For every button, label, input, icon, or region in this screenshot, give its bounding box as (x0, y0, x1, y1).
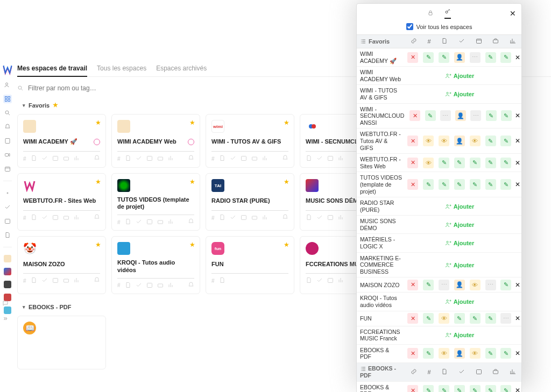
show-all-checkbox[interactable] (406, 23, 413, 30)
workspace-card[interactable]: ★ WEBTUTO.FR - Sites Web # (17, 173, 106, 231)
perm-cell[interactable]: 👁 (470, 136, 481, 146)
add-button[interactable]: Ajouter (405, 298, 514, 305)
perm-cell[interactable]: 👤 (455, 110, 466, 121)
workspace-card[interactable]: ★ wimi WIMI - TUTOS AV & GIFS # (206, 114, 294, 168)
perm-cell[interactable]: ✎ (454, 313, 465, 324)
star-icon[interactable]: ★ (95, 178, 101, 186)
perm-cell[interactable]: 👁 (423, 136, 434, 146)
perm-cell[interactable]: 👤 (454, 348, 465, 359)
perm-cell[interactable]: ✎ (485, 348, 496, 359)
perm-cell[interactable]: ✕ (407, 348, 418, 359)
workspace-card[interactable]: ★ KROQI - Tutos audio vidéos # (111, 236, 200, 294)
calendar-rail-icon[interactable] (3, 165, 12, 173)
perm-cell[interactable]: ✕ (409, 110, 420, 121)
perm-cell[interactable]: ✎ (470, 313, 481, 324)
remove-icon[interactable]: ✕ (514, 350, 521, 357)
perm-cell[interactable]: ✎ (423, 179, 434, 190)
remove-icon[interactable]: ✕ (514, 159, 521, 167)
perm-cell[interactable]: 👁 (439, 348, 449, 359)
book-icon[interactable] (3, 137, 12, 145)
add-button[interactable]: Ajouter (405, 73, 514, 79)
perm-cell[interactable]: ✎ (439, 158, 449, 168)
perm-cell[interactable]: ✎ (454, 385, 465, 392)
workspace-card[interactable]: ★ WIMI ACADEMY Web # (111, 114, 200, 168)
add-button[interactable]: Ajouter (405, 240, 514, 246)
perm-cell[interactable]: ✎ (423, 385, 434, 392)
perm-cell[interactable]: 👁 (470, 348, 481, 359)
perm-cell[interactable]: ✎ (500, 52, 511, 63)
perm-cell[interactable]: ⋯ (485, 280, 496, 290)
workspace-card[interactable]: ★ TAI RADIO STAR (PURE) # (206, 173, 294, 231)
add-button[interactable]: Ajouter (405, 91, 514, 97)
add-button[interactable]: Ajouter (405, 262, 514, 268)
star-icon[interactable]: ★ (284, 241, 289, 248)
grid-icon[interactable] (3, 95, 12, 103)
perm-cell[interactable]: ⋯ (470, 110, 481, 121)
app-logo-icon[interactable] (2, 65, 13, 75)
perm-cell[interactable]: ✎ (470, 158, 481, 168)
users-icon[interactable] (3, 81, 12, 89)
perm-cell[interactable]: ✎ (485, 52, 496, 63)
perm-cell[interactable]: ✎ (485, 179, 496, 190)
remove-icon[interactable]: ✕ (514, 54, 521, 61)
star-icon[interactable]: ★ (95, 241, 101, 248)
add-button[interactable]: Ajouter (405, 332, 514, 338)
thumb1-icon[interactable] (4, 255, 11, 262)
perm-cell[interactable]: ⋯ (470, 52, 481, 63)
lock-icon[interactable] (427, 10, 434, 17)
perm-cell[interactable]: 👁 (470, 280, 481, 290)
remove-icon[interactable]: ✕ (514, 387, 521, 392)
bell-icon[interactable] (3, 123, 12, 131)
perm-cell[interactable]: ✎ (500, 179, 511, 190)
workspace-card[interactable]: ★ WIMI ACADEMY 🚀 # (17, 114, 106, 168)
perm-cell[interactable]: ⋯ (440, 110, 451, 121)
close-icon[interactable]: ✕ (510, 9, 516, 18)
calendar2-rail-icon[interactable] (3, 217, 12, 225)
remove-icon[interactable]: ✕ (514, 137, 521, 145)
star-icon[interactable]: ★ (284, 178, 289, 186)
perm-cell[interactable]: ✎ (485, 158, 496, 168)
perm-cell[interactable]: ✎ (485, 313, 496, 324)
perm-cell[interactable]: ✎ (423, 313, 434, 324)
perm-cell[interactable]: ✕ (407, 280, 418, 290)
workspace-card[interactable]: ★ TUTOS VIDEOS (template de projet) # (111, 173, 200, 231)
filter-input[interactable] (28, 84, 189, 92)
remove-icon[interactable]: ✕ (514, 281, 521, 289)
check-rail-icon[interactable] (3, 203, 12, 211)
perm-cell[interactable]: ✎ (485, 136, 496, 146)
perm-cell[interactable]: 👁 (423, 158, 434, 168)
perm-cell[interactable]: ✎ (500, 158, 511, 168)
key-icon[interactable] (444, 8, 451, 19)
perm-cell[interactable]: ✎ (501, 110, 512, 121)
perm-cell[interactable]: 👤 (454, 280, 465, 290)
remove-icon[interactable]: ✕ (514, 181, 521, 188)
star-icon[interactable]: ★ (189, 119, 195, 126)
perm-cell[interactable]: ✎ (500, 280, 511, 290)
workspace-card[interactable]: ★ 🤡 MAISON ZOZO # (17, 236, 106, 294)
perm-cell[interactable]: ✕ (407, 385, 418, 392)
workspace-card[interactable]: 📖 (17, 316, 106, 369)
perm-cell[interactable]: ✎ (500, 348, 511, 359)
thumb3-icon[interactable] (4, 281, 11, 288)
perm-cell[interactable]: ✎ (470, 385, 481, 392)
perm-cell[interactable]: ✕ (407, 136, 418, 146)
search-icon[interactable] (3, 109, 12, 117)
add-button[interactable]: Ajouter (405, 203, 514, 210)
perm-cell[interactable]: ⋯ (500, 313, 511, 324)
workspace-card[interactable]: ★ fun FUN # (206, 236, 294, 294)
add-button[interactable]: Ajouter (405, 222, 514, 228)
tab-archived[interactable]: Espaces archivés (156, 65, 207, 72)
perm-cell[interactable]: 👤 (454, 136, 465, 146)
perm-cell[interactable]: ✎ (486, 110, 497, 121)
perm-cell[interactable]: ✎ (423, 52, 434, 63)
perm-cell[interactable]: ✕ (407, 313, 418, 324)
star-icon[interactable]: ★ (284, 119, 289, 126)
perm-cell[interactable]: ✎ (454, 179, 465, 190)
perm-cell[interactable]: ✎ (439, 179, 449, 190)
remove-icon[interactable]: ✕ (514, 315, 521, 322)
perm-cell[interactable]: ⋯ (439, 280, 449, 290)
perm-cell[interactable]: ✎ (439, 385, 449, 392)
perm-cell[interactable]: ✎ (500, 385, 511, 392)
doc-rail-icon[interactable] (3, 231, 12, 239)
tab-my-spaces[interactable]: Mes espaces de travail (17, 65, 87, 77)
